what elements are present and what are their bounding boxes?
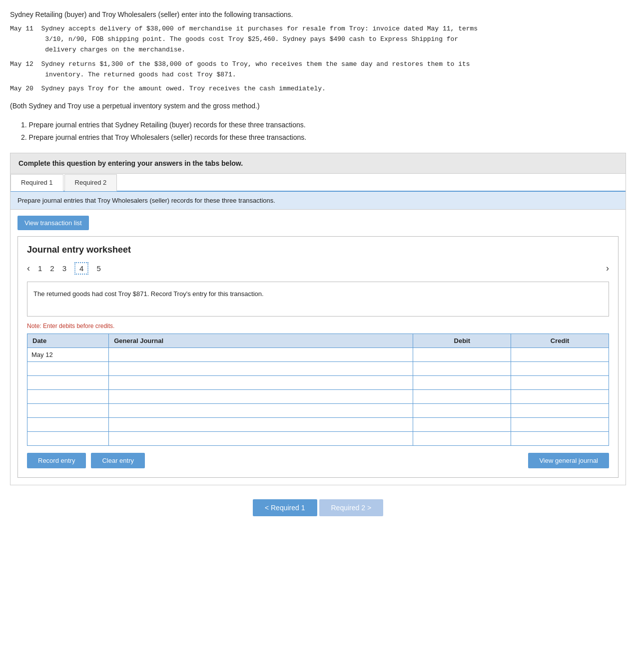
col-header-credit: Credit [511, 334, 609, 347]
note-text: Note: Enter debits before credits. [27, 323, 609, 330]
page-5[interactable]: 5 [96, 264, 100, 273]
input-debit-6[interactable] [417, 435, 507, 442]
cell-date-1 [27, 361, 109, 375]
table-row [27, 389, 609, 403]
input-credit-6[interactable] [515, 435, 605, 442]
cell-credit-2[interactable] [511, 375, 609, 389]
may20-text: May 20 Sydney pays Troy for the amount o… [10, 84, 626, 94]
input-credit-3[interactable] [515, 393, 605, 400]
worksheet-title: Journal entry worksheet [27, 245, 609, 255]
complete-banner: Complete this question by entering your … [10, 153, 626, 174]
cell-debit-5[interactable] [413, 417, 511, 431]
table-row [27, 361, 609, 375]
input-gj-2[interactable] [113, 379, 409, 386]
col-header-gj: General Journal [109, 334, 413, 347]
tab-container: Required 1 Required 2 Prepare journal en… [10, 174, 626, 485]
input-debit-0[interactable] [417, 351, 507, 358]
cell-gj-2[interactable] [109, 375, 413, 389]
tab-required1[interactable]: Required 1 [10, 174, 63, 191]
table-row [27, 417, 609, 431]
cell-gj-4[interactable] [109, 403, 413, 417]
record-entry-button[interactable]: Record entry [27, 453, 86, 468]
input-credit-5[interactable] [515, 421, 605, 428]
cell-credit-1[interactable] [511, 361, 609, 375]
cell-debit-2[interactable] [413, 375, 511, 389]
col-header-date: Date [27, 334, 109, 347]
input-credit-4[interactable] [515, 407, 605, 414]
entry-description: The returned goods had cost Troy $871. R… [27, 282, 609, 317]
question-2: 2. Prepare journal entries that Troy Who… [21, 131, 626, 144]
page-1[interactable]: 1 [38, 264, 42, 273]
cell-credit-4[interactable] [511, 403, 609, 417]
cell-date-4 [27, 403, 109, 417]
may12-text: May 12 Sydney returns $1,300 of the $38,… [10, 59, 626, 80]
input-debit-3[interactable] [417, 393, 507, 400]
input-gj-4[interactable] [113, 407, 409, 414]
pagination: ‹ 1 2 3 4 5 › [27, 262, 609, 275]
input-credit-2[interactable] [515, 379, 605, 386]
input-credit-0[interactable] [515, 351, 605, 358]
view-transaction-button[interactable]: View transaction list [17, 216, 89, 230]
cell-date-3 [27, 389, 109, 403]
both-note: (Both Sydney and Troy use a perpetual in… [10, 100, 626, 111]
input-debit-1[interactable] [417, 365, 507, 372]
cell-debit-1[interactable] [413, 361, 511, 375]
cell-gj-5[interactable] [109, 417, 413, 431]
journal-table: Date General Journal Debit Credit May 12 [27, 334, 609, 446]
input-gj-0[interactable] [113, 351, 409, 358]
cell-gj-1[interactable] [109, 361, 413, 375]
cell-credit-6[interactable] [511, 431, 609, 445]
page-3[interactable]: 3 [62, 264, 66, 273]
tab-required2[interactable]: Required 2 [64, 174, 117, 191]
cell-gj-0[interactable] [109, 347, 413, 361]
view-general-journal-button[interactable]: View general journal [528, 453, 609, 468]
input-debit-2[interactable] [417, 379, 507, 386]
questions-section: 1. Prepare journal entries that Sydney R… [21, 119, 626, 144]
cell-date-6 [27, 431, 109, 445]
cell-credit-0[interactable] [511, 347, 609, 361]
cell-debit-4[interactable] [413, 403, 511, 417]
input-debit-4[interactable] [417, 407, 507, 414]
cell-date-0: May 12 [27, 347, 109, 361]
cell-date-2 [27, 375, 109, 389]
prev-required-button[interactable]: < Required 1 [253, 499, 317, 516]
page-2[interactable]: 2 [50, 264, 54, 273]
prev-arrow[interactable]: ‹ [27, 263, 30, 274]
cell-date-5 [27, 417, 109, 431]
input-gj-5[interactable] [113, 421, 409, 428]
bottom-nav: < Required 1 Required 2 > [10, 499, 626, 516]
intro-line1: Sydney Retailing (buyer) and Troy Wholes… [10, 9, 626, 20]
tabs-row: Required 1 Required 2 [10, 174, 626, 192]
question-1: 1. Prepare journal entries that Sydney R… [21, 119, 626, 131]
input-gj-3[interactable] [113, 393, 409, 400]
input-credit-1[interactable] [515, 365, 605, 372]
tab-description: Prepare journal entries that Troy Wholes… [10, 192, 626, 210]
input-gj-6[interactable] [113, 435, 409, 442]
cell-debit-0[interactable] [413, 347, 511, 361]
next-arrow[interactable]: › [606, 263, 609, 274]
input-gj-1[interactable] [113, 365, 409, 372]
cell-credit-5[interactable] [511, 417, 609, 431]
cell-gj-3[interactable] [109, 389, 413, 403]
action-buttons: Record entry Clear entry View general jo… [27, 453, 609, 468]
cell-debit-3[interactable] [413, 389, 511, 403]
next-required-button[interactable]: Required 2 > [319, 499, 384, 516]
clear-entry-button[interactable]: Clear entry [91, 453, 145, 468]
cell-credit-3[interactable] [511, 389, 609, 403]
table-row: May 12 [27, 347, 609, 361]
view-transaction-area: View transaction list [10, 210, 626, 236]
cell-debit-6[interactable] [413, 431, 511, 445]
page-4[interactable]: 4 [74, 262, 88, 275]
col-header-debit: Debit [413, 334, 511, 347]
cell-gj-6[interactable] [109, 431, 413, 445]
both-note-text: (Both Sydney and Troy use a perpetual in… [10, 100, 626, 111]
worksheet-box: Journal entry worksheet ‹ 1 2 3 4 5 › Th… [17, 236, 619, 478]
table-row [27, 403, 609, 417]
intro-section: Sydney Retailing (buyer) and Troy Wholes… [10, 9, 626, 94]
table-row [27, 431, 609, 445]
table-row [27, 375, 609, 389]
input-debit-5[interactable] [417, 421, 507, 428]
may11-text: May 11 Sydney accepts delivery of $38,00… [10, 24, 626, 55]
